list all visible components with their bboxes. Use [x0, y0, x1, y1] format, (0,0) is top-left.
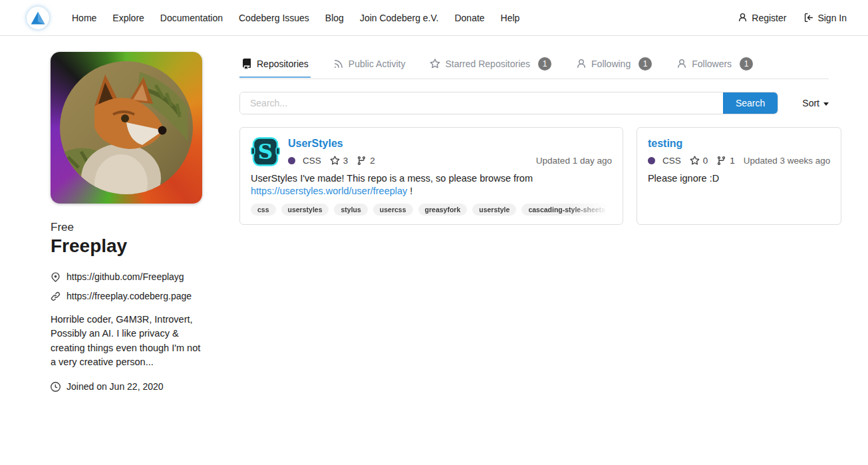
nav-link-explore[interactable]: Explore — [104, 7, 152, 29]
repo-fork-count: 1 — [730, 156, 735, 166]
nav-link-codeberg-issues[interactable]: Codeberg Issues — [231, 7, 317, 29]
sign-in-link[interactable]: Sign In — [803, 13, 847, 23]
profile-link[interactable]: https://github.com/Freeplayg — [51, 271, 205, 282]
tab-repositories[interactable]: Repositories — [239, 53, 311, 78]
codeberg-logo[interactable] — [27, 7, 49, 29]
tab-public-activity[interactable]: Public Activity — [331, 53, 408, 78]
repo-title-link[interactable]: testing — [648, 138, 830, 150]
nav-links: HomeExploreDocumentationCodeberg IssuesB… — [64, 7, 527, 29]
repo-card-userstyles: S UserStyles CSS 3 2 — [239, 127, 623, 225]
sort-label: Sort — [802, 98, 819, 108]
nav-link-home[interactable]: Home — [64, 7, 104, 29]
repo-icon — [241, 59, 252, 69]
repo-stars[interactable]: 3 — [330, 156, 349, 166]
tab-label: Following — [591, 59, 631, 69]
repo-description: UserStyles I've made! This repo is a mes… — [251, 172, 612, 197]
register-label: Register — [752, 13, 786, 23]
repo-meta-row: CSS 0 1 Updated 3 weeks ago — [648, 156, 830, 166]
repo-stars[interactable]: 0 — [690, 156, 708, 166]
fox-illustration — [60, 61, 193, 194]
profile-username: Freeplay — [51, 235, 205, 257]
repo-topic[interactable]: greasyfork — [418, 204, 468, 216]
repo-language: CSS — [288, 156, 321, 166]
tab-following[interactable]: Following 1 — [574, 52, 654, 79]
repo-description-text: Please ignore :D — [648, 173, 719, 184]
person-icon — [738, 13, 748, 23]
repo-card-header: S UserStyles CSS 3 2 — [251, 137, 612, 166]
repo-description-link[interactable]: https://userstyles.world/user/freeplay — [251, 186, 407, 196]
star-icon — [690, 156, 700, 166]
profile-link[interactable]: https://freeplay.codeberg.page — [51, 291, 205, 301]
repo-star-count: 3 — [343, 156, 349, 166]
nav-link-documentation[interactable]: Documentation — [152, 7, 231, 29]
repo-language: CSS — [648, 156, 681, 166]
repo-meta-row: CSS 3 2 Updated 1 day ago — [288, 156, 612, 166]
repo-updated: Updated 3 weeks ago — [744, 156, 831, 166]
tab-label: Public Activity — [349, 59, 406, 69]
repo-card-header: testing CSS 0 1 Updated 3 weeks ago — [648, 137, 830, 166]
repo-topic[interactable]: userstyle — [472, 204, 516, 216]
repo-title-block: UserStyles CSS 3 2 Updated 1 day ago — [288, 137, 612, 166]
avatar-fox-photo — [60, 61, 193, 194]
profile-link-text: https://freeplay.codeberg.page — [67, 291, 192, 301]
repo-forks[interactable]: 1 — [716, 156, 735, 166]
page-content: Free Freeplay https://github.com/Freepla… — [0, 36, 868, 392]
repo-language-label: CSS — [662, 156, 681, 166]
profile-joined-text: Joined on Jun 22, 2020 — [67, 381, 164, 392]
repo-language-label: CSS — [303, 156, 321, 166]
sign-in-label: Sign In — [817, 13, 847, 23]
repo-topic[interactable]: cascading-style-sheets — [521, 204, 612, 216]
svg-text:S: S — [258, 140, 273, 164]
nav-link-donate[interactable]: Donate — [446, 7, 492, 29]
tab-followers[interactable]: Followers 1 — [674, 52, 755, 79]
repo-avatar-stylus-icon: S — [251, 137, 280, 166]
tab-starred-repositories[interactable]: Starred Repositories 1 — [428, 52, 553, 79]
repo-description: Please ignore :D — [648, 172, 830, 185]
repo-topic[interactable]: usercss — [373, 204, 413, 216]
sort-dropdown[interactable]: Sort — [802, 98, 829, 108]
location-pin-icon — [51, 272, 61, 282]
search-group: Search — [239, 92, 778, 114]
sign-in-icon — [803, 13, 813, 23]
repo-topic[interactable]: stylus — [334, 204, 367, 216]
nav-right: Register Sign In — [738, 13, 847, 23]
repo-description-text: UserStyles I've made! This repo is a mes… — [251, 173, 533, 184]
search-input[interactable] — [240, 92, 723, 114]
rss-icon — [333, 59, 344, 69]
register-link[interactable]: Register — [738, 13, 786, 23]
codeberg-logo-icon — [28, 8, 48, 28]
search-row: Search Sort — [239, 92, 829, 114]
profile-links: https://github.com/Freeplayg https://fre… — [51, 271, 205, 301]
repo-topics: cssuserstylesstylususercssgreasyforkuser… — [251, 204, 612, 216]
repo-topic[interactable]: userstyles — [281, 204, 329, 216]
repo-topic[interactable]: css — [251, 204, 276, 216]
repo-fork-count: 2 — [370, 156, 375, 166]
nav-link-blog[interactable]: Blog — [317, 7, 352, 29]
profile-joined: Joined on Jun 22, 2020 — [51, 381, 205, 392]
repo-title-link[interactable]: UserStyles — [288, 138, 612, 150]
chevron-down-icon — [823, 102, 829, 106]
navbar: HomeExploreDocumentationCodeberg IssuesB… — [0, 0, 868, 36]
nav-link-join-codeberg-e-v[interactable]: Join Codeberg e.V. — [352, 7, 447, 29]
git-branch-icon — [716, 156, 726, 166]
profile-tabs: Repositories Public Activity Starred Rep… — [239, 52, 829, 79]
main-panel: Repositories Public Activity Starred Rep… — [239, 52, 829, 392]
language-dot-icon — [288, 157, 295, 164]
repo-forks[interactable]: 2 — [357, 156, 375, 166]
tab-badge: 1 — [740, 57, 753, 71]
repo-card-list: S UserStyles CSS 3 2 — [239, 127, 829, 225]
repo-description-suffix: ! — [410, 186, 412, 196]
language-dot-icon — [648, 157, 655, 164]
tab-badge: 1 — [538, 57, 551, 71]
profile-sidebar: Free Freeplay https://github.com/Freepla… — [51, 52, 205, 392]
nav-link-help[interactable]: Help — [493, 7, 528, 29]
star-icon — [330, 156, 340, 166]
git-branch-icon — [357, 156, 366, 166]
tab-label: Followers — [692, 59, 732, 69]
profile-full-name: Free — [51, 221, 205, 234]
search-button[interactable]: Search — [723, 92, 778, 114]
repo-title-block: testing CSS 0 1 Updated 3 weeks ago — [648, 137, 830, 166]
repo-star-count: 0 — [703, 156, 708, 166]
clock-icon — [51, 382, 61, 392]
avatar — [51, 52, 202, 204]
